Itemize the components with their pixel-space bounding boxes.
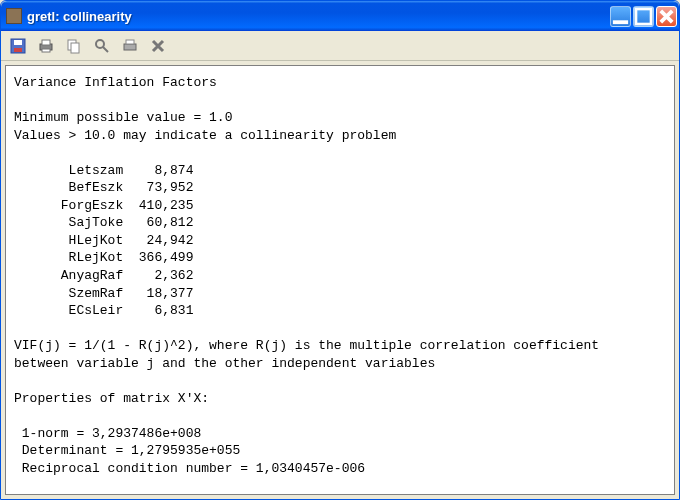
svg-rect-0 xyxy=(613,20,628,24)
zoom-button[interactable] xyxy=(91,35,113,57)
report-content[interactable]: Variance Inflation Factors Minimum possi… xyxy=(5,65,675,495)
svg-rect-7 xyxy=(42,49,50,52)
recip-cond-line: Reciprocal condition number = 1,0340457e… xyxy=(14,461,365,476)
formula-line-1: VIF(j) = 1/(1 - R(j)^2), where R(j) is t… xyxy=(14,338,599,353)
maximize-button[interactable] xyxy=(633,6,654,27)
svg-point-10 xyxy=(96,40,104,48)
svg-rect-9 xyxy=(71,43,79,53)
pagesetup-button[interactable] xyxy=(119,35,141,57)
save-icon xyxy=(10,38,26,54)
svg-rect-6 xyxy=(42,40,50,45)
props-heading: Properties of matrix X'X: xyxy=(14,391,209,406)
min-value-line: Minimum possible value = 1.0 xyxy=(14,110,232,125)
toolbar-close-button[interactable] xyxy=(147,35,169,57)
window-controls xyxy=(610,6,677,27)
toolbar xyxy=(1,31,679,61)
vif-table: Letszam 8,874 BefEszk 73,952 ForgEszk 41… xyxy=(14,163,193,318)
determinant-line: Determinant = 1,2795935e+055 xyxy=(14,443,240,458)
app-icon xyxy=(6,8,22,24)
close-button[interactable] xyxy=(656,6,677,27)
copy-button[interactable] xyxy=(63,35,85,57)
print-button[interactable] xyxy=(35,35,57,57)
one-norm-line: 1-norm = 3,2937486e+008 xyxy=(14,426,201,441)
svg-rect-4 xyxy=(14,48,22,52)
maximize-icon xyxy=(634,7,653,26)
app-window: gretl: collinearity xyxy=(0,0,680,500)
titlebar: gretl: collinearity xyxy=(1,1,679,31)
minimize-button[interactable] xyxy=(610,6,631,27)
window-title: gretl: collinearity xyxy=(27,9,610,24)
print-icon xyxy=(38,38,54,54)
zoom-icon xyxy=(94,38,110,54)
copy-icon xyxy=(66,38,82,54)
svg-line-11 xyxy=(103,47,108,52)
svg-rect-13 xyxy=(126,40,134,44)
formula-line-2: between variable j and the other indepen… xyxy=(14,356,435,371)
minimize-icon xyxy=(611,7,630,26)
save-button[interactable] xyxy=(7,35,29,57)
close-icon xyxy=(657,7,676,26)
warn-line: Values > 10.0 may indicate a collinearit… xyxy=(14,128,396,143)
toolbar-close-icon xyxy=(150,38,166,54)
report-heading: Variance Inflation Factors xyxy=(14,75,217,90)
svg-rect-1 xyxy=(636,8,651,23)
svg-rect-3 xyxy=(14,40,22,45)
pagesetup-icon xyxy=(122,38,138,54)
svg-rect-12 xyxy=(124,44,136,50)
